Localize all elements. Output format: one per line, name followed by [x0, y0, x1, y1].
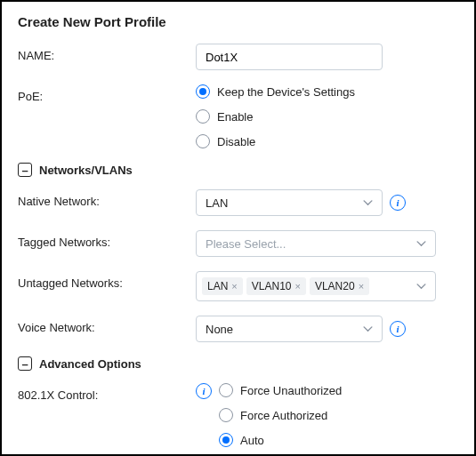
dot1x-option-force-authorized[interactable]: Force Authorized [219, 408, 342, 422]
row-poe: PoE: Keep the Device's Settings Enable D… [18, 84, 458, 148]
dot1x-option-auto[interactable]: Auto [219, 433, 342, 447]
tag-label: VLAN20 [315, 280, 355, 292]
row-voice-network: Voice Network: None i [18, 316, 458, 342]
chevron-down-icon [416, 241, 426, 247]
info-icon[interactable]: i [390, 195, 406, 211]
chevron-down-icon [416, 284, 426, 290]
radio-icon [219, 433, 233, 447]
chevron-down-icon [363, 200, 373, 206]
section-advanced: – Advanced Options [18, 356, 458, 371]
row-dot1x: 802.1X Control: i Force Unauthorized For… [18, 383, 458, 447]
info-icon[interactable]: i [390, 321, 406, 337]
info-icon[interactable]: i [196, 383, 212, 399]
dot1x-label: 802.1X Control: [18, 383, 196, 402]
section-networks: – Networks/VLANs [18, 163, 458, 177]
tagged-networks-select[interactable]: Please Select... [196, 230, 436, 257]
tag-label: VLAN10 [252, 280, 292, 292]
dot1x-option-force-unauthorized[interactable]: Force Unauthorized [219, 383, 342, 397]
chevron-down-icon [363, 326, 373, 332]
native-network-select[interactable]: LAN [196, 189, 383, 216]
poe-option-enable[interactable]: Enable [196, 109, 355, 124]
tag-item: VLAN20 × [310, 277, 369, 295]
dot1x-option-label: Force Unauthorized [240, 384, 342, 397]
radio-icon [219, 383, 233, 397]
tag-list: LAN × VLAN10 × VLAN20 × [202, 277, 369, 295]
row-tagged-networks: Tagged Networks: Please Select... [18, 230, 458, 257]
poe-option-label: Disable [217, 135, 255, 148]
poe-option-disable[interactable]: Disable [196, 134, 355, 148]
tag-item: LAN × [202, 277, 243, 295]
row-name: NAME: [18, 44, 458, 70]
tag-remove-icon[interactable]: × [359, 281, 364, 292]
poe-label: PoE: [18, 84, 196, 103]
select-value: LAN [206, 196, 228, 210]
voice-network-select[interactable]: None [196, 316, 383, 342]
radio-icon [196, 109, 210, 124]
row-native-network: Native Network: LAN i [18, 189, 458, 216]
untagged-networks-select[interactable]: LAN × VLAN10 × VLAN20 × [196, 271, 436, 301]
collapse-button[interactable]: – [18, 163, 32, 177]
select-value: None [206, 323, 233, 336]
tag-remove-icon[interactable]: × [294, 281, 300, 292]
untagged-networks-label: Untagged Networks: [18, 271, 196, 290]
tag-remove-icon[interactable]: × [231, 281, 237, 292]
dot1x-option-label: Force Authorized [240, 409, 327, 422]
name-label: NAME: [18, 44, 196, 62]
tagged-networks-label: Tagged Networks: [18, 230, 196, 249]
name-input[interactable] [196, 44, 383, 70]
native-network-label: Native Network: [18, 189, 196, 208]
poe-option-keep[interactable]: Keep the Device's Settings [196, 84, 355, 99]
collapse-button[interactable]: – [18, 356, 32, 371]
radio-icon [196, 134, 210, 148]
tag-label: LAN [207, 280, 228, 292]
dot1x-option-label: Auto [240, 434, 264, 447]
tag-item: VLAN10 × [246, 277, 306, 295]
radio-icon [219, 408, 233, 422]
section-title: Networks/VLANs [39, 164, 133, 177]
section-title: Advanced Options [39, 357, 141, 371]
poe-option-label: Keep the Device's Settings [217, 85, 355, 99]
radio-icon [196, 84, 210, 99]
select-placeholder: Please Select... [206, 237, 286, 251]
voice-network-label: Voice Network: [18, 316, 196, 334]
poe-option-label: Enable [217, 110, 253, 124]
row-untagged-networks: Untagged Networks: LAN × VLAN10 × VLAN20… [18, 271, 458, 301]
page-title: Create New Port Profile [18, 14, 458, 29]
